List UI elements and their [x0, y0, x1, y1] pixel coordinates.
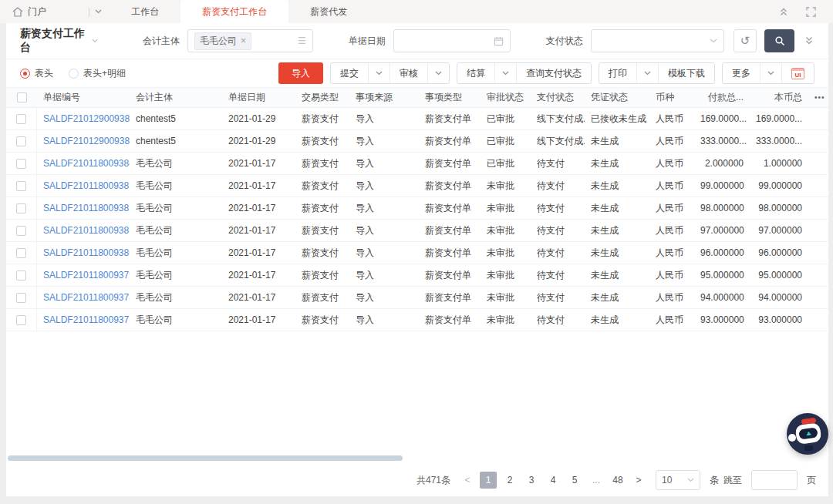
radio-head-detail[interactable]: 表头+明细 — [69, 67, 126, 80]
page-button-5[interactable]: 5 — [566, 472, 583, 489]
page-button-2[interactable]: 2 — [501, 472, 518, 489]
jump-page-input[interactable] — [751, 470, 798, 490]
cell-entity: 毛毛公司 — [130, 291, 222, 304]
next-page-button[interactable]: > — [631, 475, 646, 486]
table-row[interactable]: SALDF210118009382毛毛公司2021-01-17薪资支付导入薪资支… — [6, 197, 828, 220]
row-checkbox[interactable] — [16, 181, 26, 191]
list-picker-icon[interactable]: ☰ — [298, 35, 306, 46]
col-doc-no[interactable]: 单据编号 — [37, 91, 130, 104]
tab-salary-payment-workbench[interactable]: 薪资支付工作台 — [180, 0, 288, 23]
row-checkbox[interactable] — [16, 315, 26, 325]
col-item-source[interactable]: 事项来源 — [349, 91, 419, 104]
search-button[interactable] — [764, 29, 794, 52]
page-size-select[interactable]: 10 — [656, 470, 700, 490]
template-download-button[interactable]: 模板下载 — [658, 63, 714, 83]
col-entity[interactable]: 会计主体 — [130, 91, 222, 104]
more-button[interactable]: 更多 — [723, 63, 760, 83]
table-row[interactable]: SALDF210118009380毛毛公司2021-01-17薪资支付导入薪资支… — [6, 242, 828, 264]
page-ellipsis: ... — [588, 472, 605, 489]
pay-status-select[interactable] — [591, 29, 724, 52]
home-nav[interactable]: 门户 — [0, 0, 54, 23]
col-currency[interactable]: 币种 — [649, 91, 694, 104]
collapse-up-icon[interactable] — [778, 7, 789, 16]
tab-workbench[interactable]: 工作台 — [110, 0, 180, 23]
cell-doc-no[interactable]: SALDF210118009381 — [37, 225, 130, 236]
row-checkbox[interactable] — [16, 226, 26, 236]
cell-doc-no[interactable]: SALDF210118009377 — [37, 314, 130, 325]
cell-doc-no[interactable]: SALDF210118009378 — [37, 292, 130, 303]
col-approval-status[interactable]: 审批状态 — [481, 91, 531, 104]
row-checkbox[interactable] — [16, 136, 26, 146]
col-total-amount[interactable]: 付款总... — [694, 91, 750, 104]
tab-history-dropdown[interactable]: | — [54, 0, 110, 23]
col-voucher-status[interactable]: 凭证状态 — [585, 91, 649, 104]
col-pay-status[interactable]: 支付状态 — [531, 91, 585, 104]
row-checkbox[interactable] — [16, 159, 26, 169]
fullscreen-icon[interactable] — [806, 7, 816, 17]
cell-doc-no[interactable]: SALDF210118009379 — [37, 270, 130, 281]
page-button-48[interactable]: 48 — [609, 472, 626, 489]
ui-settings-button[interactable] — [781, 63, 814, 83]
cell-doc-no[interactable]: SALDF210118009384 — [37, 158, 130, 169]
tab-label: 薪资支付工作台 — [202, 5, 267, 18]
print-dropdown-icon[interactable] — [636, 63, 658, 83]
more-dropdown-icon[interactable] — [760, 63, 781, 83]
cell-approval-status: 未审批 — [481, 269, 531, 282]
jump-label: 跳至 — [723, 474, 742, 487]
row-checkbox[interactable] — [16, 114, 26, 124]
table-row[interactable]: SALDF210118009383毛毛公司2021-01-17薪资支付导入薪资支… — [6, 175, 828, 197]
page-button-3[interactable]: 3 — [523, 472, 540, 489]
cell-trans-type: 薪资支付 — [295, 269, 349, 282]
reset-button[interactable]: ↺ — [734, 29, 757, 52]
page-title-dropdown[interactable]: 薪资支付工作台 — [20, 27, 98, 55]
radio-head-only[interactable]: 表头 — [20, 67, 53, 80]
assistant-robot-button[interactable] — [787, 413, 828, 455]
print-template-group: 打印 模板下载 — [599, 62, 715, 84]
select-all-checkbox[interactable] — [17, 92, 27, 102]
row-checkbox[interactable] — [16, 203, 26, 213]
row-checkbox-cell — [6, 264, 37, 286]
doc-date-input[interactable] — [393, 29, 511, 52]
table-row[interactable]: SALDF210118009381毛毛公司2021-01-17薪资支付导入薪资支… — [6, 220, 828, 242]
row-checkbox[interactable] — [16, 293, 26, 303]
review-dropdown-icon[interactable] — [427, 63, 449, 83]
table-row[interactable]: SALDF210118009379毛毛公司2021-01-17薪资支付导入薪资支… — [6, 264, 828, 287]
print-button[interactable]: 打印 — [599, 63, 636, 83]
row-checkbox[interactable] — [16, 248, 26, 258]
prev-page-button[interactable]: < — [460, 475, 475, 486]
page-button-4[interactable]: 4 — [545, 472, 562, 489]
submit-button[interactable]: 提交 — [331, 63, 368, 83]
horizontal-scrollbar[interactable] — [8, 455, 403, 461]
unit-label: 条 — [710, 474, 719, 487]
col-item-type[interactable]: 事项类型 — [419, 91, 481, 104]
tab-salary-distribution[interactable]: 薪资代发 — [288, 0, 369, 23]
column-config-icon[interactable]: ••• — [808, 93, 828, 102]
col-doc-date[interactable]: 单据日期 — [222, 91, 295, 104]
table-row[interactable]: SALDF210118009378毛毛公司2021-01-17薪资支付导入薪资支… — [6, 287, 828, 309]
account-entity-input[interactable]: 毛毛公司 × ☰ — [187, 29, 313, 52]
col-trans-type[interactable]: 交易类型 — [295, 91, 349, 104]
cell-doc-no[interactable]: SALDF210118009382 — [37, 203, 130, 213]
page-button-1[interactable]: 1 — [480, 472, 497, 489]
cell-doc-no[interactable]: SALDF210129009386 — [37, 113, 130, 124]
review-button[interactable]: 审核 — [390, 63, 427, 83]
settle-button[interactable]: 结算 — [457, 63, 494, 83]
table-row[interactable]: SALDF210118009377毛毛公司2021-01-17薪资支付导入薪资支… — [6, 309, 828, 331]
cell-doc-no[interactable]: SALDF210118009380 — [37, 247, 130, 258]
doc-date-label: 单据日期 — [349, 35, 386, 48]
cell-doc-no[interactable]: SALDF210118009383 — [37, 180, 130, 191]
import-button[interactable]: 导入 — [278, 62, 323, 84]
expand-filters-icon[interactable] — [804, 36, 814, 45]
row-checkbox-cell — [6, 309, 37, 331]
radio-label: 表头 — [35, 67, 53, 80]
row-checkbox[interactable] — [16, 270, 26, 281]
settle-dropdown-icon[interactable] — [494, 63, 516, 83]
query-pay-status-button[interactable]: 查询支付状态 — [516, 63, 591, 83]
table-row[interactable]: SALDF210118009384毛毛公司2021-01-17薪资支付导入薪资支… — [6, 153, 828, 175]
table-row[interactable]: SALDF210129009386chentest52021-01-29薪资支付… — [6, 108, 828, 130]
submit-dropdown-icon[interactable] — [368, 63, 390, 83]
col-local-amount[interactable]: 本币总 — [750, 91, 808, 104]
table-row[interactable]: SALDF210129009385chentest52021-01-29薪资支付… — [6, 130, 828, 153]
cell-doc-no[interactable]: SALDF210129009385 — [37, 136, 130, 146]
tag-close-icon[interactable]: × — [241, 36, 246, 45]
